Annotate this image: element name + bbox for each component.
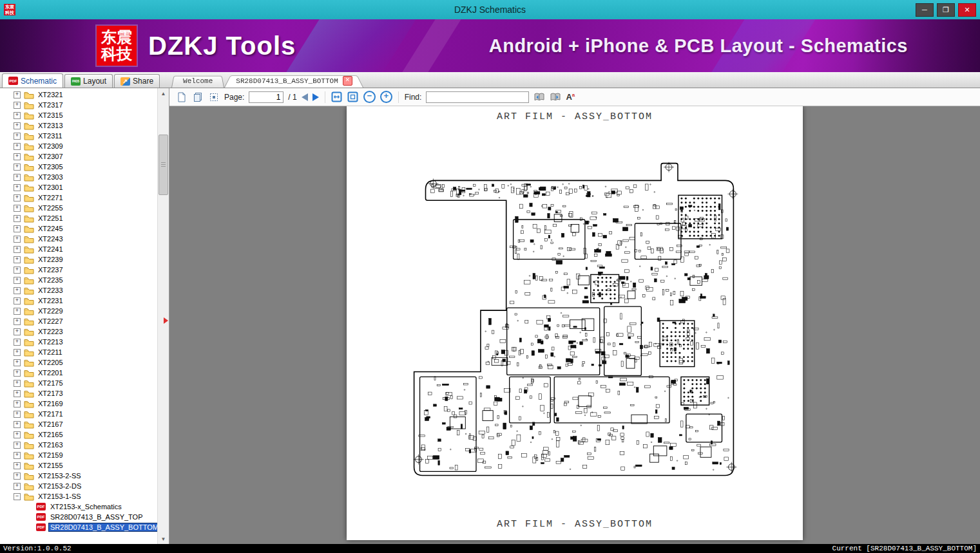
expand-icon[interactable]: + — [14, 483, 21, 490]
tree-folder[interactable]: +XT2211 — [0, 347, 158, 357]
tree-document[interactable]: PDFSR28D07413_B_ASSY_BOTTOM — [0, 522, 158, 532]
tree-folder[interactable]: +XT2205 — [0, 357, 158, 368]
tree-document[interactable]: PDFSR28D07413_B_ASSY_TOP — [0, 512, 158, 522]
expand-icon[interactable]: + — [14, 473, 21, 480]
sidebar-scrollbar[interactable]: ▲ ▼ — [157, 88, 169, 544]
tree-folder[interactable]: +XT2169 — [0, 398, 158, 409]
scrollbar-thumb[interactable] — [159, 135, 168, 195]
expand-icon[interactable]: + — [14, 287, 21, 294]
tree-folder[interactable]: +XT2251 — [0, 213, 158, 223]
tree-folder[interactable]: +XT2231 — [0, 295, 158, 306]
zoom-in-button[interactable]: + — [380, 91, 392, 103]
expand-icon[interactable]: + — [14, 328, 21, 335]
tree-folder[interactable]: +XT2313 — [0, 120, 158, 131]
single-page-icon[interactable] — [176, 91, 187, 103]
tree-folder[interactable]: +XT2271 — [0, 192, 158, 203]
tree-folder[interactable]: +XT2301 — [0, 182, 158, 192]
find-next-icon[interactable] — [550, 91, 561, 103]
expand-icon[interactable]: + — [14, 339, 21, 346]
scroll-up-icon[interactable]: ▲ — [158, 88, 169, 98]
expand-icon[interactable]: + — [14, 370, 21, 377]
tree-folder[interactable]: +XT2245 — [0, 223, 158, 234]
expand-icon[interactable]: + — [14, 246, 21, 253]
expand-icon[interactable]: + — [14, 442, 21, 449]
tree-folder[interactable]: +XT2243 — [0, 234, 158, 244]
tree-folder[interactable]: +XT2171 — [0, 409, 158, 419]
expand-icon[interactable]: + — [14, 297, 21, 305]
tree-folder[interactable]: +XT2237 — [0, 265, 158, 275]
font-size-icon[interactable]: Aa — [566, 92, 575, 102]
expand-icon[interactable]: + — [14, 400, 21, 408]
tree-folder[interactable]: +XT2201 — [0, 368, 158, 378]
tree-folder[interactable]: +XT2229 — [0, 306, 158, 316]
expand-icon[interactable]: + — [14, 122, 21, 129]
expand-icon[interactable]: + — [14, 112, 21, 119]
tree-folder[interactable]: +XT2311 — [0, 131, 158, 141]
tree-folder[interactable]: +XT2233 — [0, 285, 158, 295]
find-input[interactable] — [426, 91, 529, 103]
tree-folder[interactable]: +XT2165 — [0, 429, 158, 440]
expand-icon[interactable]: + — [14, 225, 21, 232]
copy-page-icon[interactable] — [192, 91, 204, 103]
expand-icon[interactable]: + — [14, 184, 21, 191]
tree-folder-open[interactable]: −XT2153-1-SS — [0, 491, 158, 501]
fit-page-button[interactable] — [347, 91, 359, 103]
tree-folder[interactable]: +XT2309 — [0, 141, 158, 151]
close-button[interactable]: ✕ — [958, 3, 976, 17]
expand-icon[interactable]: + — [14, 91, 21, 98]
splitter-collapse-icon[interactable] — [164, 317, 168, 324]
tree-folder[interactable]: +XT2223 — [0, 326, 158, 337]
expand-icon[interactable]: + — [14, 236, 21, 243]
expand-icon[interactable]: + — [14, 349, 21, 356]
expand-icon[interactable]: + — [14, 411, 21, 418]
doc-tab-active[interactable]: SR28D07413_B_ASSY_BOTTOM ✕ — [224, 74, 363, 88]
tree-folder[interactable]: +XT2153-2-DS — [0, 481, 158, 491]
expand-icon[interactable]: + — [14, 174, 21, 181]
expand-icon[interactable]: + — [14, 256, 21, 263]
tree-folder[interactable]: +XT2315 — [0, 110, 158, 120]
tree-folder[interactable]: +XT2213 — [0, 337, 158, 347]
tab-layout[interactable]: PADS Layout — [64, 74, 113, 88]
doc-tab-welcome[interactable]: Welcome — [171, 75, 224, 88]
tree-folder[interactable]: +XT2173 — [0, 388, 158, 398]
maximize-button[interactable]: ❐ — [937, 3, 955, 17]
scroll-down-icon[interactable]: ▼ — [158, 534, 169, 544]
tree-folder[interactable]: +XT2227 — [0, 316, 158, 326]
expand-icon[interactable]: + — [14, 431, 21, 438]
find-previous-icon[interactable] — [533, 91, 545, 103]
expand-icon[interactable]: + — [14, 102, 21, 109]
tree-folder[interactable]: +XT2159 — [0, 450, 158, 460]
expand-icon[interactable]: + — [14, 205, 21, 212]
tree-folder[interactable]: +XT2321 — [0, 89, 158, 100]
tree-folder[interactable]: +XT2303 — [0, 172, 158, 182]
expand-icon[interactable]: + — [14, 318, 21, 325]
tab-share[interactable]: ↗ Share — [114, 74, 160, 88]
expand-icon[interactable]: + — [14, 277, 21, 284]
expand-icon[interactable]: + — [14, 133, 21, 140]
expand-icon[interactable]: + — [14, 143, 21, 150]
pdf-viewer[interactable]: ART FILM - ASSY_BOTTOM ART FILM - ASSY_B… — [169, 106, 980, 544]
expand-icon[interactable]: + — [14, 380, 21, 387]
expand-icon[interactable]: + — [14, 462, 21, 469]
snapshot-icon[interactable] — [208, 91, 220, 103]
tree-folder[interactable]: +XT2167 — [0, 419, 158, 429]
expand-icon[interactable]: + — [14, 164, 21, 171]
expand-icon[interactable]: + — [14, 421, 21, 428]
tree-folder[interactable]: +XT2317 — [0, 100, 158, 110]
tab-schematic[interactable]: PDF Schematic — [2, 73, 63, 88]
close-tab-icon[interactable]: ✕ — [343, 76, 352, 86]
next-page-button[interactable] — [312, 93, 319, 101]
expand-icon[interactable]: + — [14, 153, 21, 160]
expand-icon[interactable]: + — [14, 452, 21, 459]
tree-folder[interactable]: +XT2163 — [0, 440, 158, 450]
tree-document[interactable]: PDFXT2153-x_Schematics — [0, 501, 158, 512]
collapse-icon[interactable]: − — [14, 493, 21, 500]
tree-folder[interactable]: +XT2239 — [0, 254, 158, 265]
fit-width-button[interactable] — [331, 91, 343, 103]
expand-icon[interactable]: + — [14, 215, 21, 222]
tree-folder[interactable]: +XT2305 — [0, 162, 158, 172]
previous-page-button[interactable] — [302, 93, 308, 101]
expand-icon[interactable]: + — [14, 308, 21, 315]
tree-folder[interactable]: +XT2307 — [0, 151, 158, 162]
tree-folder[interactable]: +XT2241 — [0, 244, 158, 254]
